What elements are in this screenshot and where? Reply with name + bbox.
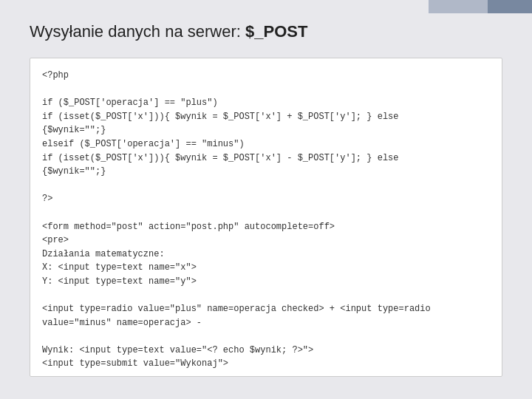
- slide-title: Wysyłanie danych na serwer: $_POST: [30, 22, 502, 44]
- code-content: <?php if ($_POST['operacja'] == "plus") …: [42, 69, 490, 377]
- accent-block-2: [488, 0, 532, 13]
- top-accent: [429, 0, 532, 13]
- title-highlight: $_POST: [245, 22, 307, 41]
- accent-block-1: [429, 0, 488, 13]
- code-box: <?php if ($_POST['operacja'] == "plus") …: [30, 58, 502, 377]
- title-prefix: Wysyłanie danych na serwer:: [30, 22, 245, 41]
- slide-container: Wysyłanie danych na serwer: $_POST <?php…: [0, 0, 532, 399]
